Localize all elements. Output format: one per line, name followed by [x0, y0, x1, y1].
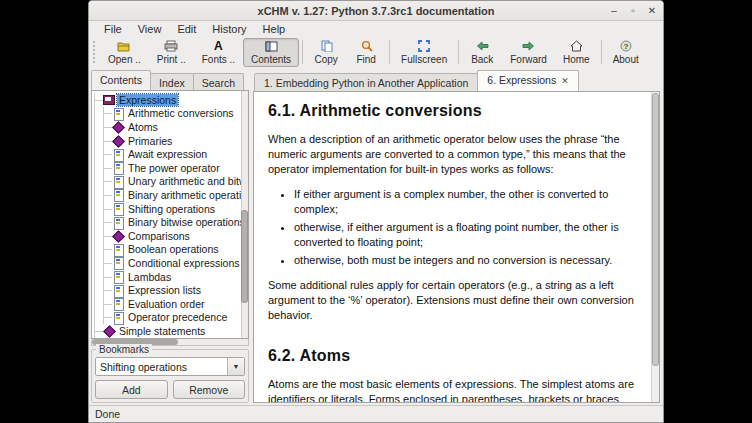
copy-button-label: Copy [314, 54, 337, 65]
contents-button[interactable]: Contents [243, 38, 299, 67]
tree-item-expression-lists[interactable]: Expression lists [94, 283, 248, 297]
tree-item-comparisons[interactable]: Comparisons [94, 229, 248, 243]
book-icon [112, 121, 123, 132]
find-icon [360, 40, 373, 53]
page-icon [112, 217, 123, 228]
desktop-background: xCHM v. 1.27: Python 3.7.3rc1 documentat… [0, 0, 752, 423]
tree-item-expressions[interactable]: Expressions [94, 93, 248, 107]
tree-item-binary-arithmetic[interactable]: Binary arithmetic operation [94, 188, 248, 202]
tree-item-shifting-operations[interactable]: Shifting operations [94, 202, 248, 216]
paragraph: Some additional rules apply for certain … [268, 278, 637, 323]
open-button-label: Open .. [108, 54, 141, 65]
bullet-item: otherwise, both must be integers and no … [294, 253, 637, 268]
menu-help[interactable]: Help [256, 22, 293, 36]
tree-vertical-scrollbar[interactable] [241, 91, 248, 338]
tab-expressions[interactable]: 6. Expressions✕ [477, 70, 578, 91]
toolbar: Open .. Print .. A Fonts .. Contents [89, 37, 663, 68]
bookmark-add-button[interactable]: Add [95, 380, 168, 399]
bullet-list: If either argument is a complex number, … [294, 187, 637, 268]
tab-contents[interactable]: Contents [91, 70, 151, 90]
back-button[interactable]: Back [462, 38, 502, 67]
tree-item-evaluation-order[interactable]: Evaluation order [94, 297, 248, 311]
sidebar-tab-strip: Contents Index Search [91, 70, 249, 90]
page-icon [112, 108, 123, 119]
about-icon: ? [620, 40, 632, 53]
about-button-label: About [613, 54, 639, 65]
tab-search[interactable]: Search [193, 73, 244, 90]
tab-embedding-python[interactable]: 1. Embedding Python in Another Applicati… [254, 73, 478, 91]
title-bar[interactable]: xCHM v. 1.27: Python 3.7.3rc1 documentat… [89, 1, 663, 21]
fonts-icon: A [214, 40, 223, 53]
copy-icon [320, 40, 333, 53]
menu-edit[interactable]: Edit [170, 22, 203, 36]
home-icon [570, 40, 583, 53]
maximize-button[interactable]: ▫ [628, 1, 638, 21]
tree-item-simple-statements[interactable]: Simple statements [94, 324, 248, 338]
page-icon [112, 162, 123, 173]
toolbar-drag-handle[interactable] [93, 41, 98, 63]
tree-item-operator-precedence[interactable]: Operator precedence [94, 311, 248, 325]
bullet-item: If either argument is a complex number, … [294, 187, 637, 217]
close-button[interactable]: ✕ [647, 1, 657, 21]
page-icon [112, 257, 123, 268]
content-column: 1. Embedding Python in Another Applicati… [253, 70, 660, 403]
paragraph: Atoms are the most basic elements of exp… [268, 377, 637, 403]
document-vertical-scrollbar-thumb[interactable] [652, 93, 659, 366]
toolbar-separator [601, 40, 602, 64]
page-icon [112, 271, 123, 282]
chevron-down-icon[interactable]: ▼ [227, 358, 244, 375]
fullscreen-button-label: Fullscreen [401, 54, 447, 65]
open-button[interactable]: Open .. [100, 38, 149, 67]
bullet-item: otherwise, if either argument is a float… [294, 220, 637, 250]
tree-item-atoms[interactable]: Atoms [94, 120, 248, 134]
bookmarks-dropdown-value: Shifting operations [96, 361, 227, 373]
bookmark-remove-button[interactable]: Remove [173, 380, 246, 399]
print-button-label: Print .. [157, 54, 186, 65]
tree-item-primaries[interactable]: Primaries [94, 134, 248, 148]
tree-item-boolean-operations[interactable]: Boolean operations [94, 243, 248, 257]
book-icon [103, 325, 114, 336]
page-icon [112, 149, 123, 160]
tree-item-unary-arithmetic[interactable]: Unary arithmetic and bitwis [94, 175, 248, 189]
forward-button[interactable]: Forward [502, 38, 555, 67]
book-icon [112, 135, 123, 146]
fullscreen-button[interactable]: Fullscreen [393, 38, 455, 67]
fonts-button[interactable]: A Fonts .. [194, 38, 243, 67]
tree-item-conditional-expressions[interactable]: Conditional expressions [94, 256, 248, 270]
tree-item-await-expression[interactable]: Await expression [94, 147, 248, 161]
minimize-button[interactable]: – [609, 1, 619, 21]
fullscreen-icon [418, 40, 430, 53]
status-bar: Done [89, 405, 663, 422]
tree-vertical-scrollbar-thumb[interactable] [241, 210, 248, 304]
tree-item-lambdas[interactable]: Lambdas [94, 270, 248, 284]
bookmarks-dropdown[interactable]: Shifting operations ▼ [95, 357, 245, 376]
tree-item-arithmetic-conversions[interactable]: Arithmetic conversions [94, 107, 248, 121]
page-icon [112, 203, 123, 214]
xchm-window: xCHM v. 1.27: Python 3.7.3rc1 documentat… [88, 0, 664, 423]
open-folder-icon [117, 40, 131, 53]
menu-history[interactable]: History [205, 22, 253, 36]
find-button[interactable]: Find [346, 38, 386, 67]
tab-index[interactable]: Index [150, 73, 194, 90]
section-heading-61: 6.1. Arithmetic conversions [268, 102, 637, 120]
print-button[interactable]: Print .. [149, 38, 194, 67]
bookmarks-panel: Bookmarks Shifting operations ▼ Add Remo… [91, 349, 249, 403]
tab-close-icon[interactable]: ✕ [561, 76, 569, 86]
toolbar-separator [458, 40, 459, 64]
toolbar-separator [389, 40, 390, 64]
sidebar: Contents Index Search Expressions Arithm… [91, 70, 249, 403]
open-book-icon [103, 94, 114, 105]
menu-file[interactable]: File [97, 22, 129, 36]
window-title: xCHM v. 1.27: Python 3.7.3rc1 documentat… [89, 5, 663, 17]
home-button[interactable]: Home [555, 38, 598, 67]
menu-view[interactable]: View [131, 22, 169, 36]
document-view: 6.1. Arithmetic conversions When a descr… [253, 91, 660, 403]
main-area: Contents Index Search Expressions Arithm… [89, 68, 663, 405]
paragraph: When a description of an arithmetic oper… [268, 132, 637, 177]
tree-item-power-operator[interactable]: The power operator [94, 161, 248, 175]
tree-item-binary-bitwise[interactable]: Binary bitwise operations [94, 215, 248, 229]
copy-button[interactable]: Copy [306, 38, 346, 67]
document-vertical-scrollbar[interactable] [651, 92, 659, 402]
about-button[interactable]: ? About [605, 38, 647, 67]
home-button-label: Home [563, 54, 590, 65]
